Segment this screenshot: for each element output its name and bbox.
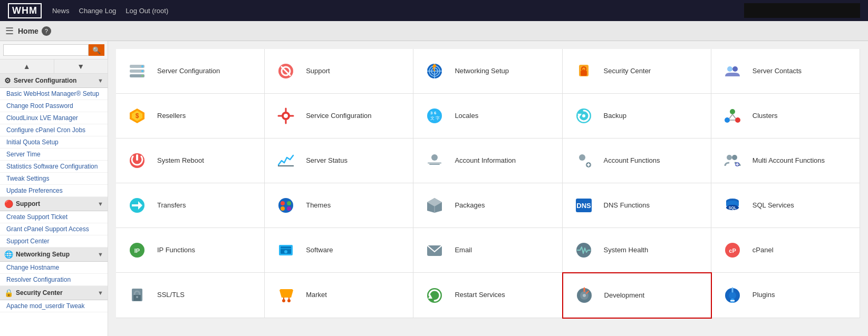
grid-item-server-config[interactable]: Server Configuration xyxy=(116,49,265,94)
sidebar-section-networking-items: Change Hostname Resolver Configuration xyxy=(0,262,108,286)
svg-point-54 xyxy=(732,155,737,160)
grid-item-market[interactable]: Market xyxy=(265,273,413,318)
packages-icon xyxy=(421,192,448,219)
grid-item-system-reboot[interactable]: System Reboot xyxy=(116,139,265,183)
sidebar-item-grant-support[interactable]: Grant cPanel Support Access xyxy=(0,223,108,235)
nav-logout[interactable]: Log Out (root) xyxy=(126,7,168,15)
svg-point-62 xyxy=(287,201,291,205)
nav-changelog[interactable]: Change Log xyxy=(79,7,117,15)
grid-item-ssl[interactable]: SSL/TLS xyxy=(116,273,265,318)
chevron-down-icon: ▼ xyxy=(98,290,103,296)
sidebar-section-support[interactable]: 🔴 Support ▼ xyxy=(0,197,108,211)
svg-rect-47 xyxy=(429,164,440,165)
grid-item-backup[interactable]: Backup xyxy=(563,94,711,139)
svg-text:文: 文 xyxy=(430,116,435,121)
search-bar-top xyxy=(744,3,860,18)
grid-item-networking[interactable]: Networking Setup xyxy=(413,49,562,94)
transfers-label: Transfers xyxy=(157,201,186,210)
grid-item-sql[interactable]: SQLSQL Services xyxy=(711,183,860,228)
grid-item-packages[interactable]: Packages xyxy=(413,183,562,228)
ip-label: IP Functions xyxy=(157,246,195,255)
grid-item-multi-account[interactable]: Multi Account Functions xyxy=(711,139,860,183)
chevron-down-icon: ▼ xyxy=(98,251,103,258)
grid-item-cpanel[interactable]: cPcPanel xyxy=(711,228,860,273)
themes-icon xyxy=(272,192,300,219)
ssl-label: SSL/TLS xyxy=(157,291,185,300)
sidebar-item-quota[interactable]: Initial Quota Setup xyxy=(0,136,108,149)
grid-item-system-health[interactable]: System Health xyxy=(563,228,711,273)
networking-icon xyxy=(421,57,448,85)
locales-label: Locales xyxy=(455,112,478,121)
nav-news[interactable]: News xyxy=(52,7,70,15)
sidebar-item-resolver[interactable]: Resolver Configuration xyxy=(0,274,108,286)
grid-item-transfers[interactable]: Transfers xyxy=(116,183,265,228)
sidebar-item-server-time[interactable]: Server Time xyxy=(0,149,108,161)
sidebar-section-security[interactable]: 🔒 Security Center ▼ xyxy=(0,286,108,300)
clusters-label: Clusters xyxy=(753,112,778,121)
grid-item-locales[interactable]: 36文字Locales xyxy=(413,94,562,139)
svg-point-24 xyxy=(284,114,288,118)
sidebar-nav-down[interactable]: ▼ xyxy=(54,60,108,73)
sidebar-item-apache-mod[interactable]: Apache mod_userdir Tweak xyxy=(0,300,108,312)
svg-point-5 xyxy=(141,75,143,77)
grid-item-service-config[interactable]: Service Configuration xyxy=(265,94,413,139)
grid-item-software[interactable]: Software xyxy=(265,228,413,273)
grid-item-security[interactable]: Security Center xyxy=(563,49,711,94)
sidebar-item-cron-jobs[interactable]: Configure cPanel Cron Jobs xyxy=(0,124,108,136)
svg-text:字: 字 xyxy=(436,116,440,121)
sidebar-item-update-prefs[interactable]: Update Preferences xyxy=(0,185,108,197)
grid-item-account-functions[interactable]: Account Functions xyxy=(563,139,711,183)
transfers-icon xyxy=(123,192,151,219)
grid-item-email[interactable]: Email xyxy=(413,228,562,273)
help-icon[interactable]: ? xyxy=(42,26,51,36)
locales-icon: 36文字 xyxy=(421,102,448,130)
search-input[interactable] xyxy=(3,44,89,56)
email-label: Email xyxy=(455,246,472,255)
grid-item-ip[interactable]: IPIP Functions xyxy=(116,228,265,273)
sidebar-item-basic-webhost[interactable]: Basic WebHost Manager® Setup xyxy=(0,88,108,100)
market-icon xyxy=(272,282,300,309)
sidebar-item-cloudlinux[interactable]: CloudLinux LVE Manager xyxy=(0,112,108,124)
logo: WHM xyxy=(8,3,42,18)
svg-point-4 xyxy=(141,70,143,72)
grid-item-restart[interactable]: Restart Services xyxy=(413,273,562,318)
system-reboot-label: System Reboot xyxy=(157,156,204,165)
security-section-icon: 🔒 xyxy=(4,289,13,297)
sidebar-section-server-configuration[interactable]: ⚙ Server Configuration ▼ xyxy=(0,74,108,88)
grid-item-dns[interactable]: DNSDNS Functions xyxy=(563,183,711,228)
sidebar-section-networking[interactable]: 🌐 Networking Setup ▼ xyxy=(0,248,108,262)
grid-item-server-contacts[interactable]: Server Contacts xyxy=(711,49,860,94)
sidebar-item-create-ticket[interactable]: Create Support Ticket xyxy=(0,211,108,223)
server-contacts-label: Server Contacts xyxy=(753,67,802,76)
sidebar-nav-up[interactable]: ▲ xyxy=(0,60,54,73)
server-config-section-icon: ⚙ xyxy=(4,76,11,85)
svg-point-37 xyxy=(730,109,735,114)
networking-label: Networking Setup xyxy=(455,67,509,76)
multi-account-label: Multi Account Functions xyxy=(753,156,825,165)
restart-icon xyxy=(421,282,448,309)
menu-toggle-icon[interactable]: ☰ xyxy=(5,25,14,37)
sidebar-item-change-hostname[interactable]: Change Hostname xyxy=(0,262,108,274)
sub-header: ☰ Home ? xyxy=(0,21,868,41)
sidebar-item-support-center[interactable]: Support Center xyxy=(0,235,108,248)
sql-label: SQL Services xyxy=(753,201,794,210)
grid-item-themes[interactable]: Themes xyxy=(265,183,413,228)
grid-item-resellers[interactable]: $Resellers xyxy=(116,94,265,139)
grid-item-account-info[interactable]: Account Information xyxy=(413,139,562,183)
grid-item-support[interactable]: Support xyxy=(265,49,413,94)
server-contacts-icon xyxy=(719,57,746,85)
sidebar-item-change-root[interactable]: Change Root Password xyxy=(0,100,108,112)
search-button[interactable]: 🔍 xyxy=(89,44,104,56)
sidebar-item-statistics[interactable]: Statistics Software Configuration xyxy=(0,161,108,173)
grid-item-server-status[interactable]: Server Status xyxy=(265,139,413,183)
svg-text:$: $ xyxy=(136,112,139,120)
security-label: Security Center xyxy=(604,67,651,76)
sidebar-item-tweak[interactable]: Tweak Settings xyxy=(0,173,108,185)
grid-item-plugins[interactable]: Plugins xyxy=(711,273,860,318)
grid-item-clusters[interactable]: Clusters xyxy=(711,94,860,139)
breadcrumb: Home xyxy=(18,27,38,35)
sql-icon: SQL xyxy=(719,192,746,219)
themes-label: Themes xyxy=(306,201,331,210)
grid-item-development[interactable]: Development xyxy=(562,272,712,319)
svg-point-60 xyxy=(278,198,293,213)
